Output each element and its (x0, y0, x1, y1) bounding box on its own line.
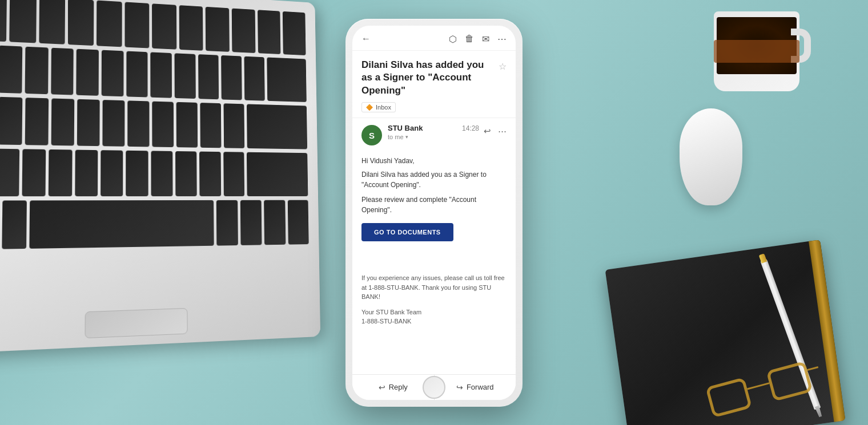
magic-mouse (680, 108, 742, 205)
phone: ← ⬡ 🗑 ✉ ⋯ Dilani Silva has added you as … (345, 19, 523, 407)
reply-btn-icon: ↩ (379, 383, 385, 392)
key (232, 9, 255, 53)
sender-name: STU Bank (388, 124, 423, 132)
key (264, 200, 286, 245)
chevron-down-icon: ▾ (405, 134, 408, 140)
sender-actions: ↩ ⋯ (484, 126, 507, 136)
delete-icon[interactable]: 🗑 (465, 34, 474, 44)
key (77, 99, 100, 145)
more-icon[interactable]: ⋯ (497, 34, 507, 44)
glasses-frame-left (705, 377, 752, 418)
key (0, 148, 19, 197)
forward-label: Forward (467, 383, 494, 391)
key (267, 57, 307, 102)
forward-button[interactable]: ↪ Forward (435, 375, 516, 400)
key (240, 200, 262, 245)
key (126, 51, 148, 97)
key (68, 0, 94, 46)
email-greeting: Hi Vidushi Yadav, (361, 157, 507, 165)
laptop (0, 0, 331, 342)
reply-icon[interactable]: ↩ (484, 126, 491, 136)
key (102, 100, 124, 147)
key (287, 200, 308, 245)
key (25, 98, 49, 145)
footer-text: If you experience any issues, please cal… (361, 273, 507, 302)
key (175, 151, 197, 197)
key (200, 103, 221, 148)
sender-info: STU Bank 14:28 to me ▾ (388, 124, 479, 140)
reply-button[interactable]: ↩ Reply (352, 375, 435, 400)
key (127, 100, 149, 147)
go-to-documents-button[interactable]: GO TO DOCUMENTS (361, 223, 453, 241)
sender-name-row: STU Bank 14:28 (388, 124, 479, 132)
forward-btn-icon: ↪ (456, 383, 463, 392)
footer-team: Your STU Bank Team 1-888-STU-BANK (361, 307, 507, 326)
key (247, 152, 308, 196)
key (175, 53, 196, 99)
cup-sleeve (714, 40, 799, 63)
key (179, 5, 203, 51)
key (247, 104, 307, 149)
key (152, 3, 176, 49)
team-line2: 1-888-STU-BANK (361, 317, 507, 326)
key (198, 54, 219, 99)
email-subject-area: Dilani Silva has added you as a Signer t… (352, 51, 516, 118)
key (51, 98, 75, 145)
key (151, 151, 172, 196)
key (77, 49, 99, 96)
spacebar-key (29, 200, 214, 249)
key (0, 45, 22, 93)
sender-more-icon[interactable]: ⋯ (498, 126, 507, 136)
team-line1: Your STU Bank Team (361, 307, 507, 317)
key (126, 150, 148, 196)
key (124, 2, 149, 48)
archive-icon[interactable]: ⬡ (449, 34, 457, 44)
key (0, 96, 22, 144)
laptop-body (0, 0, 320, 354)
keyboard (0, 0, 310, 304)
email-subject: Dilani Silva has added you as a Signer t… (361, 59, 494, 98)
sender-avatar: S (361, 125, 382, 145)
key (2, 201, 27, 249)
key (216, 200, 238, 246)
glasses-frame-right (766, 361, 813, 402)
key (283, 11, 306, 55)
inbox-tag-icon (366, 104, 373, 111)
email-footer: If you experience any issues, please cal… (361, 268, 507, 326)
key (224, 103, 245, 148)
email-toolbar: ← ⬡ 🗑 ✉ ⋯ (352, 26, 516, 51)
email-body: Hi Vidushi Yadav, Dilani Silva has added… (352, 151, 516, 374)
key (25, 47, 49, 94)
email-para-2: Please review and complete "Account Open… (361, 195, 507, 215)
key (75, 149, 98, 196)
key (9, 0, 36, 43)
to-me-text: to me (388, 133, 404, 140)
key (39, 0, 65, 44)
key (97, 1, 122, 47)
reply-label: Reply (389, 383, 408, 391)
star-icon[interactable]: ☆ (499, 61, 507, 72)
coffee-cup (702, 0, 811, 97)
phone-home-button[interactable] (423, 376, 445, 399)
phone-screen: ← ⬡ 🗑 ✉ ⋯ Dilani Silva has added you as … (352, 26, 516, 400)
key (51, 48, 74, 95)
key (0, 0, 7, 42)
key (221, 55, 242, 100)
key (206, 7, 230, 52)
key (151, 52, 172, 98)
glasses-bridge (747, 382, 769, 390)
key (223, 152, 244, 197)
back-button[interactable]: ← (361, 34, 371, 44)
key (101, 150, 123, 197)
inbox-tag: Inbox (361, 102, 396, 112)
glasses-arm-right (807, 366, 818, 371)
trackpad (85, 308, 188, 338)
key (49, 149, 72, 196)
inbox-label: Inbox (376, 104, 391, 111)
mail-icon[interactable]: ✉ (482, 34, 489, 44)
key (199, 151, 221, 196)
sender-row: S STU Bank 14:28 to me ▾ ↩ ⋯ (352, 118, 516, 151)
key (102, 50, 124, 96)
sender-time: 14:28 (462, 124, 479, 132)
to-me-row[interactable]: to me ▾ (388, 133, 479, 140)
